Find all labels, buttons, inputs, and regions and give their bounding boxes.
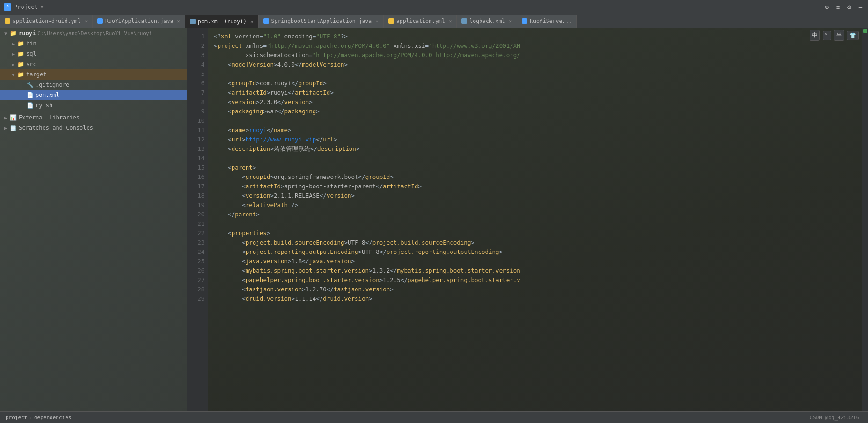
code-line-5 [214,69,862,79]
title-bar-actions: ⊕ ≡ ⚙ — [823,3,864,11]
tree-item-ext-libs[interactable]: ▶ 📊 External Libraries [0,112,187,123]
toolbar-shirt[interactable]: 👕 [847,31,859,40]
tab-bar: application-druid.yml ✕ RuoYiApplication… [0,14,868,28]
tab-close-pom-xml[interactable]: ✕ [250,19,254,25]
code-line-13: <description>若依管理系统</description> [214,144,862,154]
tree-item-target[interactable]: ▼ 📁 target [0,69,187,80]
code-line-23: <project.build.sourceEncoding>UTF-8</pro… [214,238,862,247]
tree-item-pom[interactable]: ▶ 📄 pom.xml [0,90,187,100]
gitignore-label: .gitignore [36,82,69,88]
settings-btn[interactable]: ⚙ [846,3,853,11]
bin-folder-icon: 📁 [17,40,24,47]
tab-ruoyi-serve[interactable]: RuoYiServe... [517,15,577,28]
title-bar: P Project ▼ ⊕ ≡ ⚙ — [0,0,868,14]
tab-close-ruoyi-application[interactable]: ✕ [177,18,180,24]
tree-item-src[interactable]: ▶ 📁 src [0,59,187,69]
tree-item-sql[interactable]: ▶ 📁 sql [0,49,187,59]
tab-close-springboot-start[interactable]: ✕ [375,18,379,24]
code-line-11: <name>ruoyi</name> [214,126,862,135]
pom-icon: 📄 [26,92,34,98]
code-content[interactable]: <?xml version="1.0" encoding="UTF-8"?> <… [208,28,862,411]
tab-icon-yml2 [388,18,394,24]
code-line-2: <project xmlns="http://maven.apache.org/… [214,41,862,51]
code-line-20: </parent> [214,210,862,219]
add-btn[interactable]: ⊕ [823,3,831,11]
code-line-21 [214,219,862,229]
sql-arrow: ▶ [9,52,17,57]
tree-item-rysh[interactable]: ▶ 📄 ry.sh [0,100,187,111]
tree-item-bin[interactable]: ▶ 📁 bin [0,38,187,49]
tab-label-springboot-start: SpringbootStartApplication.java [271,18,372,24]
tab-ruoyi-application[interactable]: RuoYiApplication.java ✕ [93,15,185,28]
breadcrumb-project[interactable]: project [6,415,27,421]
tree-item-scratches[interactable]: ▶ 🗒️ Scratches and Consoles [0,123,187,133]
src-folder-icon: 📁 [17,61,24,67]
bin-label: bin [26,40,36,47]
target-folder-icon: 📁 [17,71,24,78]
gutter-mark-green [863,29,867,33]
ext-libs-label: External Libraries [19,114,80,121]
code-line-19: <relativePath /> [214,200,862,210]
code-line-14 [214,154,862,163]
code-line-29: <druid.version>1.1.14</druid.version> [214,294,862,304]
toolbar-degree[interactable]: °, [823,31,831,40]
menu-btn[interactable]: ≡ [834,3,842,11]
tree-item-gitignore[interactable]: ▶ 🔧 .gitignore [0,80,187,90]
rysh-icon: 📄 [26,102,34,109]
src-label: src [26,61,36,67]
toolbar-chinese[interactable]: 中 [810,30,820,41]
watermark-label: CSDN @qq_42532161 [810,415,862,421]
code-line-15: <parent> [214,163,862,172]
code-line-12: <url>http://www.ruoyi.vip</url> [214,135,862,144]
tab-icon-java1 [97,18,103,24]
code-line-25: <java.version>1.8</java.version> [214,257,862,266]
tab-icon-java3 [522,18,527,24]
tab-application-yml[interactable]: application.yml ✕ [384,15,457,28]
root-path: C:\Users\yang\Desktop\RuoYi-Vue\ruoyi [37,30,152,37]
code-line-3: xsi:schemaLocation="http://maven.apache.… [214,51,862,60]
breadcrumb-dependencies[interactable]: dependencies [34,415,71,421]
tree-item-root[interactable]: ▼ 📁 ruoyi C:\Users\yang\Desktop\RuoYi-Vu… [0,28,187,38]
code-line-7: <artifactId>ruoyi</artifactId> [214,88,862,97]
root-folder-icon: 📁 [9,30,17,37]
code-line-28: <fastjson.version>1.2.70</fastjson.versi… [214,285,862,294]
editor-area: 中 °, 半 👕 12345 678910 1112131415 1617181… [187,28,868,411]
root-arrow: ▼ [2,31,9,36]
rysh-label: ry.sh [36,102,52,109]
code-line-10 [214,116,862,126]
tab-label-application-druid: application-druid.yml [13,18,80,24]
tab-application-druid[interactable]: application-druid.yml ✕ [0,15,93,28]
status-bar: project › dependencies CSDN @qq_42532161 [0,411,868,423]
project-chevron[interactable]: ▼ [41,4,44,9]
project-icon: P [4,3,11,11]
minimize-btn[interactable]: — [857,3,864,11]
project-label: Project [14,4,38,10]
code-line-18: <version>2.1.1.RELEASE</version> [214,191,862,200]
code-line-6: <groupId>com.ruoyi</groupId> [214,79,862,88]
pom-label: pom.xml [36,92,59,98]
status-right: CSDN @qq_42532161 [810,415,862,421]
gitignore-icon: 🔧 [26,82,34,88]
tab-close-application-yml[interactable]: ✕ [449,18,452,24]
toolbar-half[interactable]: 半 [834,30,844,41]
code-line-17: <artifactId>spring-boot-starter-parent</… [214,182,862,191]
tab-close-logback[interactable]: ✕ [509,18,512,24]
title-bar-left: P Project ▼ [4,3,44,11]
line-numbers: 12345 678910 1112131415 1617181920 21222… [187,28,208,411]
tab-label-pom-xml: pom.xml (ruoyi) [198,18,247,25]
tab-springboot-start[interactable]: SpringbootStartApplication.java ✕ [259,15,384,28]
code-line-9: <packaging>war</packaging> [214,107,862,116]
code-line-1: <?xml version="1.0" encoding="UTF-8"?> [214,32,862,41]
breadcrumb-sep: › [29,415,32,421]
tab-label-ruoyi-serve: RuoYiServe... [530,18,572,24]
code-line-24: <project.reporting.outputEncoding>UTF-8<… [214,247,862,257]
bin-arrow: ▶ [9,41,17,46]
breadcrumb: project › dependencies [6,415,71,421]
tab-close-application-druid[interactable]: ✕ [84,18,88,24]
code-line-26: <mybatis.spring.boot.starter.version>1.3… [214,266,862,275]
tab-logback[interactable]: logback.xml ✕ [457,15,517,28]
tab-pom-xml[interactable]: pom.xml (ruoyi) ✕ [185,15,258,28]
code-line-16: <groupId>org.springframework.boot</group… [214,172,862,182]
tab-label-logback: logback.xml [469,18,505,24]
tab-label-application-yml: application.yml [396,18,445,24]
